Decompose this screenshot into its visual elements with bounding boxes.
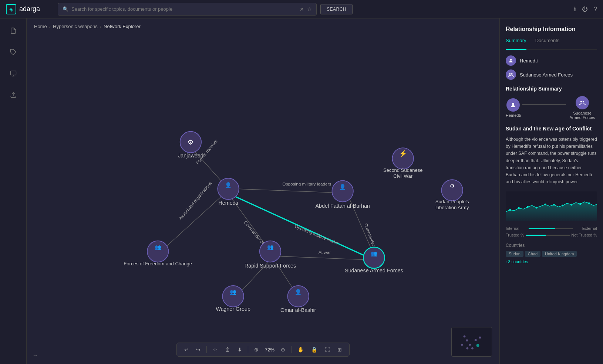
legend-trusted: Trusted % [506,233,524,237]
entity-sudanese-icon [506,69,516,80]
main-layout: Home › Hypersonic weapons › Network Expl… [0,18,603,364]
svg-point-58 [580,101,582,103]
svg-text:Civil War: Civil War [393,173,412,179]
search-icon: 🔍 [63,6,68,12]
svg-text:👥: 👥 [230,289,236,295]
svg-point-47 [475,339,477,341]
panel-tabs: Summary Documents [506,38,597,50]
svg-point-54 [510,59,512,61]
rel-sudanese-label: Sudanese Armed Forces [567,111,597,120]
svg-point-64 [536,207,538,209]
svg-text:Sudanese Armed Forces: Sudanese Armed Forces [345,268,403,273]
logo-area: ◈ adarga [6,4,58,14]
logo-icon: ◈ [6,4,16,14]
toolbar-divider-1 [206,346,207,353]
country-tag-sudan[interactable]: Sudan [506,251,523,257]
canvas-area: Home › Hypersonic weapons › Network Expl… [27,18,499,364]
search-input[interactable] [71,6,297,12]
sidebar-report-icon[interactable] [7,67,20,81]
entity-sudanese-armed: Sudanese Armed Forces [506,69,597,80]
breadcrumb-home[interactable]: Home [34,24,47,29]
chart-area [506,191,597,221]
zoom-level: 72% [263,347,276,353]
help-icon[interactable]: ? [594,6,597,13]
svg-text:👥: 👥 [267,244,274,251]
svg-point-48 [479,336,481,339]
svg-point-57 [512,103,514,105]
breadcrumb-current: Network Explorer [104,24,141,29]
search-bar[interactable]: 🔍 ✕ ☆ [58,3,317,16]
svg-text:Second Sudanese: Second Sudanese [383,167,423,173]
tab-documents[interactable]: Documents [535,38,560,45]
minimap [451,327,492,357]
info-icon[interactable]: ℹ [574,6,576,13]
svg-point-61 [509,209,511,211]
svg-point-62 [518,207,520,209]
bookmark-button[interactable]: ☆ [210,345,220,354]
svg-rect-44 [452,327,491,356]
rel-connector [522,104,566,105]
pan-button[interactable]: ✋ [294,345,307,354]
summary-text: Although the violence was ostensibly tri… [506,136,597,186]
breadcrumb: Home › Hypersonic weapons › Network Expl… [34,24,141,29]
svg-text:👤: 👤 [225,182,232,188]
country-tag-uk[interactable]: United Kingdom [542,251,577,257]
clear-icon[interactable]: ✕ [300,6,304,12]
export-button[interactable]: ⬇ [235,345,245,354]
star-icon[interactable]: ☆ [307,6,312,12]
rel-sudanese-icon [576,96,589,109]
sidebar-upload-icon[interactable] [7,89,20,103]
header-icons: ℹ ⏻ ? [574,6,597,13]
rel-node-hemedti: Hemedti [506,98,521,118]
legend-trusted-row: Trusted % Not Trusted % [506,233,597,237]
svg-text:⚙: ⚙ [450,183,455,189]
network-graph: Former member Associated organisations C… [27,18,499,364]
app-name: adarga [19,5,40,13]
more-countries-link[interactable]: +3 countries [506,258,528,264]
legend-external: External [582,226,597,231]
svg-text:👥: 👥 [371,250,377,257]
zoom-in-button[interactable]: ⊕ [251,345,262,354]
svg-text:Rapid Support Forces: Rapid Support Forces [245,263,296,269]
svg-point-65 [544,204,546,205]
svg-text:Commander of: Commander of [243,220,265,245]
svg-text:Associated organisations: Associated organisations [178,181,213,221]
legend-bar-internal [529,228,573,229]
legend-internal: Internal [506,226,519,231]
search-button[interactable]: SEARCH [320,4,353,14]
svg-point-49 [461,344,463,346]
toolbar-divider-2 [248,346,248,353]
sidebar-tags-icon[interactable] [7,46,20,60]
svg-point-67 [562,205,564,207]
svg-text:👤: 👤 [295,289,302,295]
tab-summary[interactable]: Summary [506,38,526,50]
breadcrumb-section[interactable]: Hypersonic weapons [53,24,98,29]
svg-text:Sudan People's: Sudan People's [435,199,469,204]
undo-button[interactable]: ↩ [181,345,192,354]
fullscreen-button[interactable]: ⛶ [322,345,333,354]
svg-point-70 [588,203,590,204]
entity-hemedti: Hemedti [506,55,597,66]
countries-section: Countries Sudan Chad United Kingdom +3 c… [506,242,597,264]
svg-line-12 [236,189,335,193]
svg-point-66 [553,204,555,206]
svg-text:👥: 👥 [155,244,161,251]
power-icon[interactable]: ⏻ [582,6,588,13]
canvas-toolbar: ↩ ↪ ☆ 🗑 ⬇ ⊕ 72% ⊖ ✋ 🔒 ⛶ ⊞ [176,343,350,357]
rel-hemedti-icon [506,98,520,112]
svg-text:Opposing military leader: Opposing military leader [294,224,339,245]
legend-not-trusted: Not Trusted % [571,233,597,237]
zoom-out-button[interactable]: ⊖ [278,345,288,354]
country-tag-chad[interactable]: Chad [525,251,540,257]
relationship-section-title: Relationship Summary [506,86,597,92]
network-button[interactable]: ⊞ [334,345,345,354]
sidebar-documents-icon[interactable] [7,24,20,38]
entity-hemedti-name: Hemedti [520,58,538,64]
svg-text:Janjaweed: Janjaweed [178,153,203,159]
lock-button[interactable]: 🔒 [308,345,320,354]
svg-line-18 [280,256,364,260]
svg-text:Omar al-Bashir: Omar al-Bashir [280,307,316,313]
svg-text:Wagner Group: Wagner Group [216,306,250,312]
redo-button[interactable]: ↪ [193,345,203,354]
delete-button[interactable]: 🗑 [222,345,233,354]
